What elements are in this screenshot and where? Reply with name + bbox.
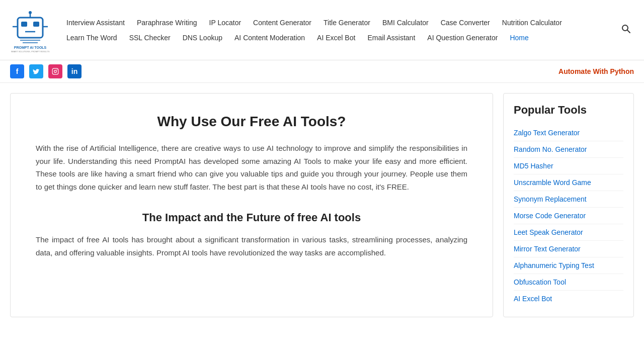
list-item: Obfuscation Tool [514,274,623,291]
nav-ai-content-moderation[interactable]: AI Content Moderation [228,31,311,45]
nav-nutrition-calculator[interactable]: Nutrition Calculator [496,16,568,30]
nav-ai-excel-bot[interactable]: AI Excel Bot [311,31,361,45]
svg-text:PROMPT AI TOOLS: PROMPT AI TOOLS [14,46,47,49]
tool-mirror[interactable]: Mirror Text Generator [514,241,623,257]
list-item: Morse Code Generator [514,208,623,224]
content-area: Why Use Our Free AI Tools? With the rise… [10,93,493,317]
tool-zalgo[interactable]: Zalgo Text Generator [514,125,623,141]
sidebar: Popular Tools Zalgo Text Generator Rando… [503,93,634,317]
twitter-bird-icon [33,68,40,75]
nav-home[interactable]: Home [504,31,534,45]
main-heading: Why Use Our Free AI Tools? [36,114,467,130]
tool-morse[interactable]: Morse Code Generator [514,208,623,224]
nav-case-converter[interactable]: Case Converter [435,16,496,30]
tool-md5[interactable]: MD5 Hasher [514,158,623,174]
nav-email-assistant[interactable]: Email Assistant [361,31,421,45]
instagram-camera-icon [52,68,59,75]
instagram-icon[interactable] [48,64,62,78]
list-item: Alphanumeric Typing Test [514,257,623,274]
tool-leet[interactable]: Leet Speak Generator [514,224,623,241]
svg-line-13 [627,30,630,33]
tool-ai-excel[interactable]: AI Excel Bot [514,291,623,307]
nav-content-generator[interactable]: Content Generator [247,16,317,30]
intro-paragraph: With the rise of Artificial Intelligence… [36,142,467,193]
list-item: Unscramble Word Game [514,174,623,191]
impact-paragraph: The impact of free AI tools has brought … [36,233,467,259]
nav-title-generator[interactable]: Title Generator [317,16,376,30]
svg-text:SMART SOLUTIONS, PROMPT RESULT: SMART SOLUTIONS, PROMPT RESULTS [11,50,50,53]
main-nav: Interview Assistant Paraphrase Writing I… [60,16,618,45]
search-button[interactable] [618,21,634,39]
tool-alphanumeric[interactable]: Alphanumeric Typing Test [514,257,623,274]
popular-tools-box: Popular Tools Zalgo Text Generator Rando… [503,93,634,317]
svg-point-15 [54,70,57,73]
nav-interview-assistant[interactable]: Interview Assistant [60,16,131,30]
tool-unscramble[interactable]: Unscramble Word Game [514,174,623,191]
nav-ip-locator[interactable]: IP Locator [203,16,248,30]
popular-tools-list: Zalgo Text Generator Random No. Generato… [514,125,623,307]
list-item: Synonym Replacement [514,191,623,208]
nav-dns-lookup[interactable]: DNS Lookup [177,31,228,45]
logo[interactable]: PROMPT AI TOOLS SMART SOLUTIONS, PROMPT … [10,8,50,53]
nav-ai-question-generator[interactable]: AI Question Generator [421,31,504,45]
list-item: Random No. Generator [514,141,623,158]
automate-python-link[interactable]: Automate With Python [558,67,634,75]
svg-rect-2 [33,22,39,27]
nav-paraphrase-writing[interactable]: Paraphrase Writing [131,16,203,30]
list-item: Zalgo Text Generator [514,125,623,141]
list-item: Leet Speak Generator [514,224,623,241]
tool-random-no[interactable]: Random No. Generator [514,141,623,158]
svg-point-16 [57,69,57,70]
tool-obfuscation[interactable]: Obfuscation Tool [514,274,623,291]
nav-learn-the-word[interactable]: Learn The Word [60,31,123,45]
list-item: Mirror Text Generator [514,241,623,257]
list-item: AI Excel Bot [514,291,623,307]
nav-bmi-calculator[interactable]: BMI Calculator [376,16,435,30]
main-layout: Why Use Our Free AI Tools? With the rise… [0,83,644,327]
nav-ssl-checker[interactable]: SSL Checker [123,31,177,45]
svg-rect-0 [18,18,43,38]
linkedin-icon[interactable]: in [67,64,82,78]
svg-point-5 [29,11,32,14]
svg-rect-14 [52,68,58,74]
social-icons-group: f in [10,64,82,78]
popular-tools-title: Popular Tools [514,104,623,117]
facebook-icon[interactable]: f [10,64,24,78]
site-logo-svg: PROMPT AI TOOLS SMART SOLUTIONS, PROMPT … [10,8,50,53]
search-icon [621,24,631,34]
list-item: MD5 Hasher [514,158,623,174]
social-bar: f in Automate With Python [0,60,644,83]
secondary-heading: The Impact and the Future of free AI too… [36,211,467,224]
twitter-icon[interactable] [29,64,43,78]
tool-synonym[interactable]: Synonym Replacement [514,191,623,208]
svg-rect-1 [21,22,27,27]
